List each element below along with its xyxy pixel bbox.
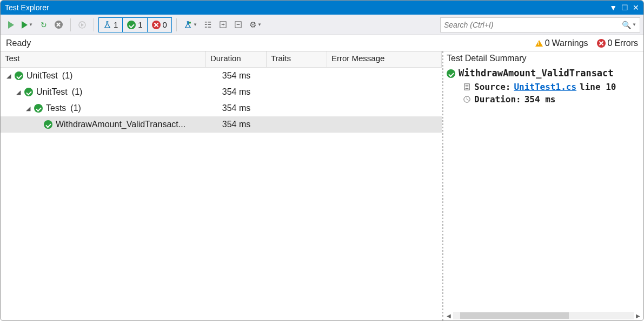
tree-label: UnitTest xyxy=(36,87,68,97)
errors-indicator[interactable]: 0 Errors xyxy=(597,38,638,48)
tree-label: Tests xyxy=(46,103,66,113)
status-text: Ready xyxy=(6,38,535,48)
filter-group: 1 1 0 xyxy=(98,17,172,32)
pass-icon xyxy=(44,120,52,129)
errors-label: Errors xyxy=(614,38,638,48)
grid-header: Test Duration Traits Error Message xyxy=(1,51,442,68)
errors-count: 0 xyxy=(608,38,613,48)
pass-icon xyxy=(15,71,23,80)
toolbar: ▼ ↻ 1 1 0 ▼ ⚙▼ 🔍 ▼ xyxy=(1,15,643,35)
scroll-thumb[interactable] xyxy=(460,312,568,319)
tree-count: (1) xyxy=(72,87,83,97)
pass-icon xyxy=(447,69,455,78)
document-icon xyxy=(463,83,471,91)
fail-icon xyxy=(152,21,161,29)
status-bar: Ready 0 Warnings 0 Errors xyxy=(1,35,643,51)
repeat-run-button[interactable]: ↻ xyxy=(37,17,51,32)
run-button[interactable]: ▼ xyxy=(19,17,36,32)
filter-total-count: 1 xyxy=(114,20,118,29)
detail-source-row: Source: UnitTest1.cs line 10 xyxy=(443,81,643,93)
window-dropdown-icon[interactable]: ▼ xyxy=(609,3,617,12)
detail-source-label: Source: xyxy=(474,82,510,92)
warnings-indicator[interactable]: 0 Warnings xyxy=(535,38,588,48)
detail-panel: Test Detail Summary WithdrawAmount_Valid… xyxy=(443,51,643,320)
profile-tests-button[interactable]: ▼ xyxy=(181,17,200,32)
filter-total-button[interactable]: 1 xyxy=(99,18,123,32)
separator xyxy=(94,18,94,31)
pass-icon xyxy=(127,21,136,29)
separator xyxy=(70,18,71,31)
search-dropdown-icon[interactable]: ▼ xyxy=(632,22,636,27)
expander-icon[interactable]: ◢ xyxy=(16,89,21,96)
svg-point-0 xyxy=(189,22,191,24)
filter-failed-button[interactable]: 0 xyxy=(148,18,171,32)
cancel-run-button[interactable] xyxy=(52,17,66,32)
separator xyxy=(176,18,177,31)
settings-button[interactable]: ⚙▼ xyxy=(247,17,264,32)
expander-icon[interactable]: ◢ xyxy=(6,73,11,80)
pass-icon xyxy=(24,88,33,96)
playlist-button[interactable] xyxy=(75,17,89,32)
detail-duration-row: Duration: 354 ms xyxy=(443,93,643,106)
tree-duration: 354 ms xyxy=(206,103,267,113)
titlebar: Test Explorer ▼ ☐ ✕ xyxy=(1,1,643,15)
window-controls: ▼ ☐ ✕ xyxy=(609,3,639,12)
filter-failed-count: 0 xyxy=(163,20,167,29)
tree-row[interactable]: ◢ UnitTest (1) 354 ms xyxy=(1,84,442,100)
detail-source-line: line 10 xyxy=(580,82,616,92)
collapse-all-button[interactable] xyxy=(231,17,245,32)
search-input[interactable] xyxy=(444,21,622,29)
search-box[interactable]: 🔍 ▼ xyxy=(440,17,640,32)
test-list-panel: Test Duration Traits Error Message ◢ Uni… xyxy=(1,51,443,320)
filter-passed-count: 1 xyxy=(138,20,142,29)
expander-icon[interactable]: ◢ xyxy=(25,105,31,112)
error-icon xyxy=(597,39,606,48)
warning-icon xyxy=(535,40,543,47)
detail-duration-label: Duration: xyxy=(474,94,521,104)
scroll-right-icon[interactable]: ▶ xyxy=(636,313,640,319)
detail-source-link[interactable]: UnitTest1.cs xyxy=(514,82,576,92)
tree-duration: 354 ms xyxy=(206,71,267,81)
tree-row[interactable]: WithdrawAmount_ValidTransact... 354 ms xyxy=(1,116,442,133)
main-content: Test Duration Traits Error Message ◢ Uni… xyxy=(1,51,643,320)
horizontal-scrollbar[interactable]: ◀ ▶ xyxy=(443,311,643,320)
tree-count: (1) xyxy=(62,71,73,81)
column-error[interactable]: Error Message xyxy=(327,51,442,67)
warnings-label: Warnings xyxy=(552,38,588,48)
column-duration[interactable]: Duration xyxy=(206,51,267,67)
clock-icon xyxy=(463,95,471,103)
filter-passed-button[interactable]: 1 xyxy=(123,18,147,32)
group-by-button[interactable] xyxy=(201,17,215,32)
expand-all-button[interactable] xyxy=(216,17,230,32)
detail-test-name: WithdrawAmount_ValidTransact xyxy=(459,68,614,78)
search-icon[interactable]: 🔍 xyxy=(622,21,631,29)
detail-test-name-row: WithdrawAmount_ValidTransact xyxy=(443,65,643,81)
maximize-icon[interactable]: ☐ xyxy=(621,3,628,12)
detail-duration-value: 354 ms xyxy=(525,94,556,104)
run-all-button[interactable] xyxy=(4,17,18,32)
column-test[interactable]: Test xyxy=(1,51,206,67)
tree-row[interactable]: ◢ Tests (1) 354 ms xyxy=(1,100,442,116)
pass-icon xyxy=(34,104,43,113)
detail-header: Test Detail Summary xyxy=(443,51,643,65)
scroll-left-icon[interactable]: ◀ xyxy=(447,313,451,319)
tree-duration: 354 ms xyxy=(206,87,267,97)
window-title: Test Explorer xyxy=(5,3,609,12)
close-icon[interactable]: ✕ xyxy=(633,3,639,12)
tree-label: UnitTest xyxy=(26,71,58,81)
warnings-count: 0 xyxy=(545,38,550,48)
tree-duration: 354 ms xyxy=(206,120,267,129)
tree-row[interactable]: ◢ UnitTest (1) 354 ms xyxy=(1,68,442,84)
column-traits[interactable]: Traits xyxy=(267,51,327,67)
tree-label: WithdrawAmount_ValidTransact... xyxy=(56,120,185,129)
scroll-track[interactable] xyxy=(453,312,634,319)
tree-count: (1) xyxy=(70,103,81,113)
test-tree: ◢ UnitTest (1) 354 ms ◢ UnitTest (1) 354… xyxy=(1,68,442,320)
